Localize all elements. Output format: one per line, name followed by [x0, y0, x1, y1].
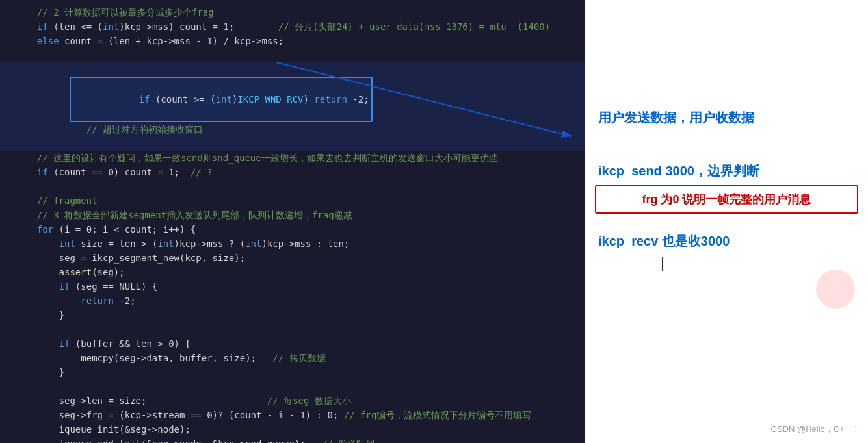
code-line-24: seg->frg = (kcp->stream == 0)? (count - … — [0, 408, 585, 422]
annotation-ikcp-send: ikcp_send 3000，边界判断 — [598, 162, 855, 180]
code-line-19: if (buffer && len > 0) { — [0, 336, 585, 351]
code-line-12: int size = len > (int)kcp->mss ? (int)kc… — [0, 236, 585, 251]
code-line-7: if (count == 0) count = 1; // ? — [0, 165, 585, 179]
code-panel: // 2 计算数据可以被最多分成多少个frag if (len <= (int)… — [0, 0, 585, 443]
code-line-14: assert(seg); — [0, 265, 585, 279]
code-line-23: seg->len = size; // 每seg 数据大小 — [0, 394, 585, 408]
code-line-4 — [0, 48, 585, 62]
code-line-25: iqueue_init(&seg->node); — [0, 422, 585, 437]
annotation-ikcp-recv: ikcp_recv 也是收3000 — [598, 233, 855, 250]
annotation-panel: 用户发送数据，用户收数据 ikcp_send 3000，边界判断 frg 为0 … — [585, 0, 868, 443]
code-line-18 — [0, 322, 585, 336]
code-line-6: // 这里的设计有个疑问，如果一致send则snd_queue一致增长，如果去也… — [0, 151, 585, 165]
code-line-1: // 2 计算数据可以被最多分成多少个frag — [0, 5, 585, 19]
code-line-21: } — [0, 365, 585, 379]
annotation-frg-box: frg 为0 说明一帧完整的用户消息 — [595, 185, 858, 214]
code-line-15: if (seg == NULL) { — [0, 279, 585, 294]
code-line-3: else count = (len + kcp->mss - 1) / kcp-… — [0, 34, 585, 48]
code-line-5-highlighted: if (count >= (int)IKCP_WND_RCV) return -… — [0, 62, 585, 151]
code-line-20: memcpy(seg->data, buffer, size); // 拷贝数据 — [0, 351, 585, 365]
code-editor: // 2 计算数据可以被最多分成多少个frag if (len <= (int)… — [0, 0, 585, 443]
code-line-10: // 3 将数据全部新建segment插入发送队列尾部，队列计数递增，frag递… — [0, 208, 585, 222]
code-line-8 — [0, 179, 585, 194]
decorative-circle — [816, 270, 855, 309]
text-cursor — [662, 257, 663, 271]
annotation-user-send: 用户发送数据，用户收数据 — [598, 109, 855, 127]
code-line-9: // fragment — [0, 194, 585, 208]
code-line-22 — [0, 379, 585, 394]
code-line-16: return -2; — [0, 294, 585, 308]
csdn-watermark: CSDN @Hello，C++ ！ — [771, 424, 860, 435]
code-line-17: } — [0, 308, 585, 322]
code-line-11: for (i = 0; i < count; i++) { — [0, 222, 585, 236]
code-line-13: seg = ikcp_segment_new(kcp, size); — [0, 251, 585, 265]
code-line-26: iqueue_add_tail(&seg->node, &kcp->snd_qu… — [0, 437, 585, 443]
code-line-2: if (len <= (int)kcp->mss) count = 1; // … — [0, 19, 585, 34]
